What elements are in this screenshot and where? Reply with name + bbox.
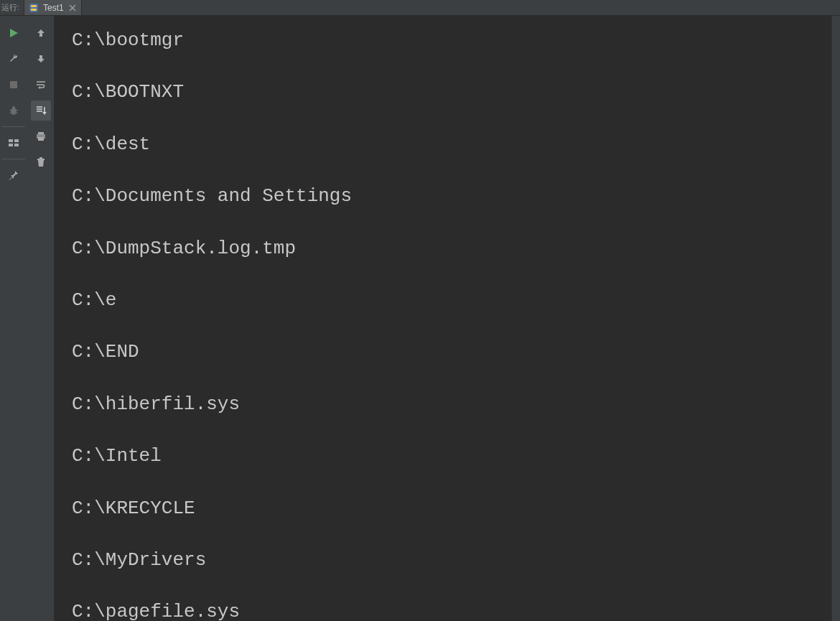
console-line: C:\END [72, 339, 814, 365]
svg-rect-26 [38, 137, 44, 141]
svg-rect-15 [9, 144, 13, 146]
svg-rect-13 [9, 139, 13, 142]
svg-point-12 [12, 106, 15, 109]
tab-label: Test1 [43, 3, 64, 13]
svg-rect-6 [10, 81, 17, 88]
python-file-icon [29, 3, 39, 13]
console-line: C:\dest [72, 131, 814, 157]
svg-rect-14 [14, 139, 19, 142]
console-actions-column [27, 16, 55, 621]
svg-rect-28 [39, 157, 42, 159]
svg-marker-23 [42, 112, 47, 115]
console-output[interactable]: C:\bootmgrC:\BOOTNXTC:\destC:\Documents … [55, 16, 831, 621]
console-panel: C:\bootmgrC:\BOOTNXTC:\destC:\Documents … [55, 16, 831, 621]
run-icon[interactable] [4, 23, 24, 43]
pin-icon[interactable] [4, 165, 24, 185]
console-line: C:\BOOTNXT [72, 79, 814, 105]
stop-icon[interactable] [4, 75, 24, 95]
separator [2, 159, 25, 159]
svg-rect-1 [31, 5, 37, 7]
console-line: C:\KRECYCLE [72, 495, 814, 521]
console-line: C:\pagefile.sys [72, 599, 814, 621]
svg-rect-0 [29, 4, 38, 12]
console-line: C:\hiberfil.sys [72, 391, 814, 417]
console-line: C:\Documents and Settings [72, 183, 814, 209]
trash-icon[interactable] [31, 152, 51, 172]
svg-rect-2 [31, 9, 37, 11]
wrench-icon[interactable] [4, 49, 24, 69]
close-icon[interactable] [68, 4, 77, 12]
arrow-up-icon[interactable] [31, 23, 51, 43]
tab-strip: 运行: Test1 [0, 0, 840, 16]
svg-marker-19 [38, 86, 40, 89]
console-line: C:\DumpStack.log.tmp [72, 235, 814, 261]
run-label: 运行: [0, 2, 24, 13]
console-line: C:\e [72, 287, 814, 313]
console-line: C:\MyDrivers [72, 547, 814, 573]
scroll-to-end-icon[interactable] [31, 101, 51, 121]
soft-wrap-icon[interactable] [31, 75, 51, 95]
console-line: C:\bootmgr [72, 27, 814, 53]
layout-icon[interactable] [4, 133, 24, 153]
svg-rect-27 [37, 159, 45, 160]
svg-rect-24 [38, 132, 44, 134]
separator [2, 126, 25, 127]
run-tab[interactable]: Test1 [24, 0, 82, 15]
debug-bug-icon[interactable] [4, 101, 24, 121]
svg-line-11 [16, 113, 18, 113]
print-icon[interactable] [31, 126, 51, 146]
run-actions-column [0, 16, 27, 621]
svg-marker-5 [10, 29, 18, 37]
scrollbar-track[interactable] [831, 16, 840, 621]
svg-line-10 [9, 113, 11, 113]
body: C:\bootmgrC:\BOOTNXTC:\destC:\Documents … [0, 16, 840, 621]
console-line: C:\Intel [72, 443, 814, 469]
arrow-down-icon[interactable] [31, 49, 51, 69]
run-tool-window: 运行: Test1 [0, 0, 840, 621]
svg-rect-16 [14, 144, 19, 146]
